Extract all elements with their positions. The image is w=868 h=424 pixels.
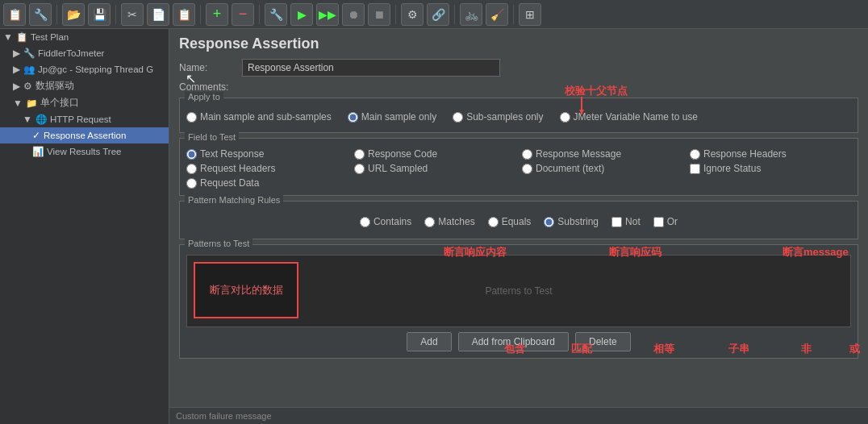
field-document-text[interactable]: Document (text): [522, 163, 683, 174]
apply-to-radio-row: Main sample and sub-samples Main sample …: [186, 111, 851, 123]
field-to-test-legend: Field to Test: [185, 132, 239, 142]
pmr-contains[interactable]: Contains: [360, 216, 411, 227]
matches-label: Matches: [438, 216, 474, 227]
sidebar-item-fiddler[interactable]: ▶ 🔧 FiddlerToJmeter: [0, 45, 169, 61]
field-grid: Text Response Response Code Response Mes…: [186, 148, 851, 189]
apply-sub-only-label: Sub-samples only: [466, 111, 543, 123]
collapse-icon: ▼: [23, 114, 32, 125]
sep3: [200, 5, 201, 24]
failure-message-label: Custom failure message: [176, 411, 272, 421]
table-btn[interactable]: ⊞: [519, 3, 541, 26]
sidebar-item-single-interface[interactable]: ▼ 📁 单个接口: [0, 94, 169, 111]
sidebar: ▼ 📋 Test Plan ▶ 🔧 FiddlerToJmeter ▶ 👥 Jp…: [0, 29, 169, 424]
name-input[interactable]: [242, 59, 500, 77]
templates-btn[interactable]: 🔧: [29, 3, 52, 26]
delete-button[interactable]: Delete: [575, 332, 631, 351]
field-response-headers[interactable]: Response Headers: [690, 148, 851, 160]
sep7: [513, 5, 514, 24]
add-button[interactable]: Add: [407, 332, 451, 351]
sidebar-item-label: Jp@gc - Stepping Thread G: [38, 64, 153, 74]
main-layout: ▼ 📋 Test Plan ▶ 🔧 FiddlerToJmeter ▶ 👥 Jp…: [0, 29, 868, 424]
sidebar-item-response-assertion[interactable]: ✓ Response Assertion: [0, 127, 169, 143]
page-title: Response Assertion: [179, 35, 858, 52]
cut-btn[interactable]: ✂: [121, 3, 144, 26]
field-request-data[interactable]: Request Data: [186, 177, 348, 189]
apply-to-content: Main sample and sub-samples Main sample …: [186, 102, 851, 123]
open-btn[interactable]: 📂: [62, 3, 85, 26]
red-annotation-box: 断言对比的数据: [194, 262, 298, 318]
paste-btn[interactable]: 📋: [173, 3, 195, 26]
patterns-legend: Patterns to Test: [185, 239, 252, 248]
expand-icon: ▶: [13, 64, 20, 75]
patterns-placeholder: Patterns to Test: [485, 285, 552, 297]
apply-main-only[interactable]: Main sample only: [348, 111, 436, 123]
apply-sub-only[interactable]: Sub-samples only: [453, 111, 543, 123]
run-all-btn[interactable]: ▶▶: [316, 3, 339, 26]
or-label: Or: [667, 216, 678, 227]
pmr-substring[interactable]: Substring: [544, 216, 599, 227]
equals-label: Equals: [502, 216, 532, 227]
comments-label: Comments:: [179, 81, 236, 93]
document-text-label: Document (text): [536, 163, 604, 174]
add-from-clipboard-button[interactable]: Add from Clipboard: [458, 332, 569, 351]
content-area: ↖ Response Assertion Name: Comments: App…: [169, 29, 868, 424]
fiddler-icon: 🔧: [23, 48, 35, 59]
remove-btn[interactable]: −: [232, 3, 254, 26]
clear-btn[interactable]: 🧹: [486, 3, 508, 26]
pmr-matches[interactable]: Matches: [424, 216, 474, 227]
new-test-plan-btn[interactable]: 📋: [3, 3, 26, 26]
text-response-label: Text Response: [200, 148, 264, 160]
response-code-label: Response Code: [368, 148, 437, 160]
pattern-matching-legend: Pattern Matching Rules: [185, 195, 283, 205]
folder-icon: 📁: [26, 98, 37, 109]
sidebar-item-http-request[interactable]: ▼ 🌐 HTTP Request: [0, 111, 169, 127]
field-url-sampled[interactable]: URL Sampled: [354, 163, 515, 174]
run-btn[interactable]: ▶: [290, 3, 313, 26]
expand-icon: ▶: [13, 81, 20, 92]
toolbar: 📋 🔧 📂 💾 ✂ 📄 📋 + − 🔧 ▶ ▶▶ ⏺ ⏹ ⚙ 🔗 🚲 🧹 ⊞: [0, 0, 868, 29]
sidebar-item-label: View Results Tree: [47, 147, 121, 156]
sep2: [115, 5, 116, 24]
sidebar-item-data-drive[interactable]: ▶ ⚙ 数据驱动: [0, 77, 169, 94]
http-icon: 🌐: [35, 114, 47, 125]
field-request-headers[interactable]: Request Headers: [186, 163, 348, 174]
ignore-status-label: Ignore Status: [703, 163, 761, 174]
response-message-label: Response Message: [536, 148, 621, 160]
sidebar-item-label: HTTP Request: [50, 114, 111, 124]
data-drive-icon: ⚙: [23, 81, 32, 92]
sidebar-item-label: 数据驱动: [35, 80, 74, 92]
sidebar-item-label: 单个接口: [40, 97, 79, 109]
results-icon: 📊: [32, 146, 44, 157]
apply-jmeter-var-label: JMeter Variable Name to use: [574, 111, 699, 123]
apply-jmeter-var[interactable]: JMeter Variable Name to use: [560, 111, 699, 123]
pmr-or[interactable]: Or: [653, 216, 678, 227]
field-text-response[interactable]: Text Response: [186, 148, 348, 160]
save-btn[interactable]: 💾: [88, 3, 111, 26]
pmr-row: Contains Matches Equals Substring: [186, 211, 851, 232]
sidebar-item-view-results-tree[interactable]: 📊 View Results Tree: [0, 143, 169, 160]
not-label: Not: [625, 216, 641, 227]
field-response-message[interactable]: Response Message: [522, 148, 683, 160]
settings-btn[interactable]: ⚙: [401, 3, 424, 26]
bikes-btn[interactable]: 🚲: [460, 3, 482, 26]
apply-main-sub[interactable]: Main sample and sub-samples: [186, 111, 332, 123]
remote-btn[interactable]: 🔗: [427, 3, 449, 26]
red-box-text: 断言对比的数据: [210, 283, 283, 297]
field-response-code[interactable]: Response Code: [354, 148, 515, 160]
pmr-not[interactable]: Not: [611, 216, 641, 227]
btn-row: Add Add from Clipboard Delete: [186, 332, 851, 351]
add-btn[interactable]: +: [206, 3, 228, 26]
sidebar-item-label: Test Plan: [31, 32, 69, 42]
sidebar-item-test-plan[interactable]: ▼ 📋 Test Plan: [0, 29, 169, 45]
sidebar-item-jp-gc[interactable]: ▶ 👥 Jp@gc - Stepping Thread G: [0, 61, 169, 77]
expand-icon: ▶: [13, 48, 20, 59]
wand-btn[interactable]: 🔧: [265, 3, 287, 26]
pmr-equals[interactable]: Equals: [488, 216, 532, 227]
field-ignore-status[interactable]: Ignore Status: [690, 163, 851, 174]
stop-all-btn[interactable]: ⏹: [368, 3, 390, 26]
comments-row: Comments:: [179, 81, 858, 93]
failure-message-bar: Custom failure message: [169, 407, 868, 424]
stop-btn[interactable]: ⏺: [342, 3, 365, 26]
sep5: [395, 5, 396, 24]
copy-btn[interactable]: 📄: [147, 3, 169, 26]
